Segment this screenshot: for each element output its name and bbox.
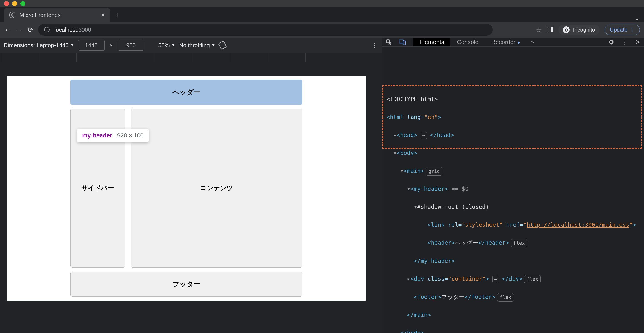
chevron-down-icon: ▼: [171, 43, 175, 47]
window-close-button[interactable]: [4, 1, 9, 6]
url-host: localhost: [54, 26, 77, 33]
url-port: :3000: [77, 26, 91, 33]
tab-bar: Micro Frontends × + ⌄: [0, 7, 644, 22]
inspect-tooltip: my-header 928 × 100: [77, 129, 148, 142]
responsive-ruler[interactable]: [0, 53, 382, 62]
height-input[interactable]: [118, 40, 144, 51]
inspect-icon[interactable]: [382, 39, 396, 45]
incognito-badge[interactable]: ◐ Incognito: [558, 24, 600, 35]
globe-icon: [9, 12, 16, 18]
gear-icon[interactable]: ⚙: [604, 38, 618, 46]
back-icon[interactable]: ←: [4, 26, 11, 34]
tabs-dropdown-icon[interactable]: ⌄: [630, 15, 644, 22]
rendered-page[interactable]: ヘッダー サイドバー コンテンツ フッター my-header 928 × 10…: [7, 76, 366, 301]
width-input[interactable]: [78, 40, 104, 51]
zoom-dropdown[interactable]: 55% ▼: [158, 42, 175, 49]
incognito-label: Incognito: [573, 26, 595, 33]
address-bar: ← → ⟳ i localhost:3000 ☆ ◐ Incognito Upd…: [0, 22, 644, 38]
window-minimize-button[interactable]: [12, 1, 17, 6]
forward-icon[interactable]: →: [16, 26, 23, 34]
close-icon[interactable]: ×: [101, 11, 105, 19]
devtools-pane: Elements Console Recorder⬧ » ⚙ ⋮ ✕ ⋯ <!D…: [382, 38, 644, 333]
reload-icon[interactable]: ⟳: [27, 26, 34, 34]
dimensions-dropdown[interactable]: Dimensions: Laptop-1440 ▼: [4, 42, 74, 49]
site-info-icon[interactable]: i: [44, 27, 50, 32]
tabs-overflow-icon[interactable]: »: [527, 39, 538, 45]
incognito-icon: ◐: [563, 26, 570, 33]
tab-recorder[interactable]: Recorder⬧: [485, 38, 527, 46]
kebab-icon[interactable]: ⋮: [371, 41, 378, 49]
chevron-down-icon: ▼: [212, 43, 215, 47]
viewport-area: ヘッダー サイドバー コンテンツ フッター my-header 928 × 10…: [0, 62, 382, 333]
close-icon[interactable]: ✕: [631, 38, 644, 46]
page-header: ヘッダー: [70, 79, 302, 105]
devtools-tabbar: Elements Console Recorder⬧ » ⚙ ⋮ ✕: [382, 38, 644, 46]
page-content: コンテンツ: [131, 109, 302, 268]
svg-rect-2: [403, 41, 406, 45]
kebab-icon[interactable]: ⋮: [629, 26, 635, 33]
tab-console[interactable]: Console: [450, 38, 485, 46]
browser-tab[interactable]: Micro Frontends ×: [4, 8, 110, 22]
throttling-dropdown[interactable]: No throttling ▼: [179, 42, 215, 49]
rotate-icon[interactable]: [218, 40, 227, 50]
tab-title: Micro Frontends: [20, 12, 101, 18]
bookmark-icon[interactable]: ☆: [536, 26, 542, 34]
kebab-icon[interactable]: ⋮: [618, 38, 631, 46]
new-tab-button[interactable]: +: [110, 8, 124, 22]
chevron-down-icon: ▼: [70, 43, 74, 47]
dom-tree[interactable]: ⋯ <!DOCTYPE html> <html lang="en"> ▸<hea…: [382, 46, 644, 333]
omnibox[interactable]: i localhost:3000: [38, 24, 493, 36]
page-pane: Dimensions: Laptop-1440 ▼ × 55% ▼ No thr…: [0, 38, 382, 333]
titlebar: [0, 0, 644, 7]
update-button[interactable]: Update ⋮: [605, 24, 640, 35]
window-maximize-button[interactable]: [20, 1, 26, 6]
tab-elements[interactable]: Elements: [413, 38, 450, 46]
dimension-x: ×: [108, 42, 114, 49]
page-footer: フッター: [70, 272, 302, 297]
device-toggle-icon[interactable]: [396, 39, 409, 45]
device-toolbar: Dimensions: Laptop-1440 ▼ × 55% ▼ No thr…: [0, 38, 382, 53]
sidepanel-icon[interactable]: [547, 27, 553, 32]
